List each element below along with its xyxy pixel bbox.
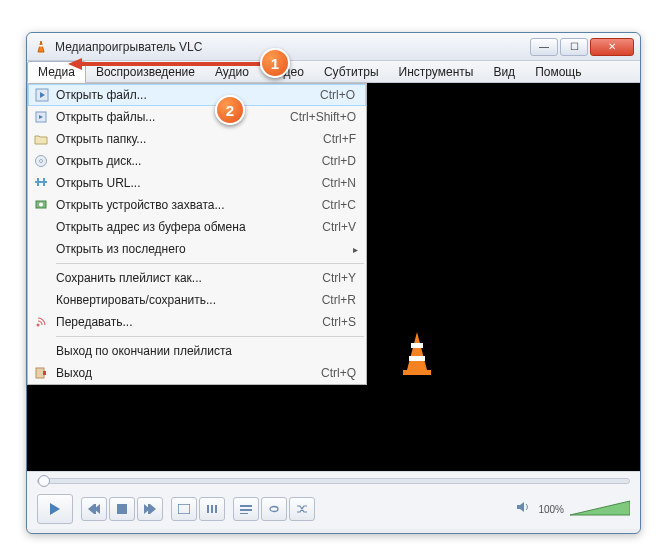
svg-rect-30: [178, 504, 190, 514]
dd-open-clipboard[interactable]: Открыть адрес из буфера обмена Ctrl+V: [28, 216, 366, 238]
svg-rect-28: [148, 504, 150, 514]
seek-knob[interactable]: [38, 475, 50, 487]
seek-track[interactable]: [37, 478, 630, 484]
seek-bar[interactable]: [27, 471, 640, 489]
ext-settings-button[interactable]: [199, 497, 225, 521]
volume-area: 100%: [516, 499, 630, 519]
playback-controls: 100%: [27, 489, 640, 529]
dd-save-playlist[interactable]: Сохранить плейлист как... Ctrl+Y: [28, 267, 366, 289]
svg-marker-2: [407, 332, 427, 370]
dd-open-folder[interactable]: Открыть папку... Ctrl+F: [28, 128, 366, 150]
next-button[interactable]: [137, 497, 163, 521]
svg-rect-34: [240, 505, 252, 507]
play-button[interactable]: [37, 494, 73, 524]
speaker-icon[interactable]: [516, 500, 532, 518]
app-icon: [33, 39, 49, 55]
svg-rect-12: [35, 181, 47, 183]
network-icon: [32, 174, 50, 192]
window-title: Медиапроигрыватель VLC: [55, 40, 530, 54]
shuffle-button[interactable]: [289, 497, 315, 521]
svg-rect-14: [43, 178, 45, 181]
quit-icon: [32, 364, 50, 382]
dd-open-files[interactable]: Открыть файлы... Ctrl+Shift+O: [28, 106, 366, 128]
app-window: Медиапроигрыватель VLC — ☐ ✕ Медиа Воспр…: [26, 32, 641, 534]
menu-subtitles[interactable]: Субтитры: [314, 61, 389, 82]
svg-rect-36: [240, 513, 248, 514]
svg-rect-21: [43, 371, 46, 375]
capture-icon: [32, 196, 50, 214]
vlc-cone-icon: [397, 328, 437, 378]
maximize-button[interactable]: ☐: [560, 38, 588, 56]
dd-convert[interactable]: Конвертировать/сохранить... Ctrl+R: [28, 289, 366, 311]
loop-button[interactable]: [261, 497, 287, 521]
dd-open-file[interactable]: Открыть файл... Ctrl+O: [28, 84, 366, 106]
svg-rect-35: [240, 509, 252, 511]
svg-rect-5: [403, 370, 431, 375]
svg-marker-29: [150, 504, 156, 514]
svg-rect-15: [37, 183, 39, 186]
svg-marker-38: [570, 501, 630, 515]
stream-icon: [32, 313, 50, 331]
callout-1: 1: [260, 48, 290, 78]
svg-rect-32: [211, 505, 213, 513]
dd-quit-after[interactable]: Выход по окончании плейлиста: [28, 340, 366, 362]
fullscreen-button[interactable]: [171, 497, 197, 521]
menu-view[interactable]: Вид: [483, 61, 525, 82]
playlist-button[interactable]: [233, 497, 259, 521]
minimize-button[interactable]: —: [530, 38, 558, 56]
media-dropdown: Открыть файл... Ctrl+O Открыть файлы... …: [27, 83, 367, 385]
dd-separator: [56, 336, 364, 337]
svg-point-18: [39, 203, 43, 207]
svg-marker-22: [50, 503, 60, 515]
svg-rect-1: [39, 45, 43, 47]
dd-open-disc[interactable]: Открыть диск... Ctrl+D: [28, 150, 366, 172]
svg-rect-13: [37, 178, 39, 181]
volume-label: 100%: [538, 504, 564, 515]
dd-stream[interactable]: Передавать... Ctrl+S: [28, 311, 366, 333]
disc-icon: [32, 152, 50, 170]
dd-open-recent[interactable]: Открыть из последнего: [28, 238, 366, 260]
dd-open-url[interactable]: Открыть URL... Ctrl+N: [28, 172, 366, 194]
svg-rect-4: [409, 356, 425, 361]
svg-rect-26: [117, 504, 127, 514]
play-file-icon: [33, 86, 51, 104]
close-button[interactable]: ✕: [590, 38, 634, 56]
dd-quit[interactable]: Выход Ctrl+Q: [28, 362, 366, 384]
svg-rect-3: [411, 343, 423, 348]
svg-rect-33: [215, 505, 217, 513]
volume-slider[interactable]: [570, 499, 630, 519]
prev-button[interactable]: [81, 497, 107, 521]
play-files-icon: [32, 108, 50, 126]
svg-rect-31: [207, 505, 209, 513]
stop-button[interactable]: [109, 497, 135, 521]
dd-open-capture[interactable]: Открыть устройство захвата... Ctrl+C: [28, 194, 366, 216]
svg-point-11: [40, 160, 43, 163]
callout-arrow-1: [68, 54, 268, 74]
video-area: Открыть файл... Ctrl+O Открыть файлы... …: [27, 83, 640, 471]
svg-rect-16: [43, 183, 45, 186]
svg-point-19: [37, 324, 40, 327]
folder-icon: [32, 130, 50, 148]
svg-marker-37: [517, 502, 524, 512]
svg-rect-20: [36, 368, 44, 378]
svg-marker-40: [68, 58, 82, 70]
svg-marker-23: [88, 504, 94, 514]
dd-separator: [56, 263, 364, 264]
callout-2: 2: [215, 95, 245, 125]
window-buttons: — ☐ ✕: [530, 38, 634, 56]
menu-help[interactable]: Помощь: [525, 61, 591, 82]
menu-tools[interactable]: Инструменты: [389, 61, 484, 82]
